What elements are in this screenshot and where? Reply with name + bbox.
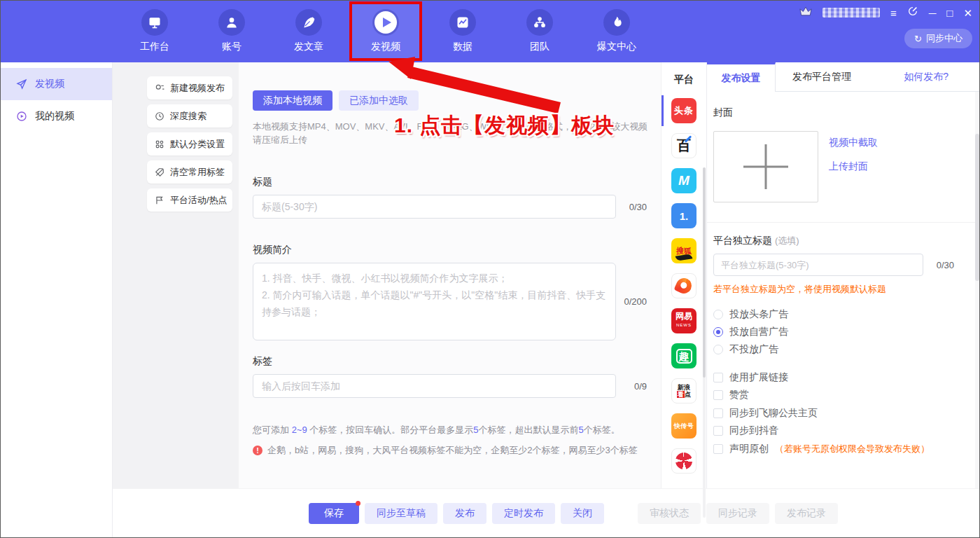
publish-records-button: 发布记录 xyxy=(775,503,838,524)
save-button[interactable]: 保存 xyxy=(309,503,359,524)
sync-center-button[interactable]: ↻ 同步中心 xyxy=(904,29,972,48)
checkbox-extended-link[interactable]: 使用扩展链接 xyxy=(713,368,954,387)
tool-button-label: 深度搜索 xyxy=(170,110,206,123)
publish-button[interactable]: 发布 xyxy=(443,503,486,524)
checkbox-icon xyxy=(713,444,723,454)
platform-wangyi[interactable]: 网易NEWS xyxy=(662,303,706,338)
independent-title-note: 若平台独立标题为空，将使用视频默认标题 xyxy=(713,283,954,296)
upload-cover-link[interactable]: 上传封面 xyxy=(829,160,878,173)
new-video-publish-button[interactable]: 新建视频发布 xyxy=(147,76,232,99)
how-to-publish-link[interactable]: 如何发布? xyxy=(904,71,979,83)
description-counter: 0/200 xyxy=(616,296,647,340)
vip-crown-icon xyxy=(799,6,812,19)
radio-icon xyxy=(713,310,723,319)
edit-compose-icon[interactable] xyxy=(907,6,918,20)
cover-upload-box[interactable] xyxy=(713,131,818,202)
sohu-icon: 搜狐 xyxy=(671,238,696,263)
nav-item-label: 账号 xyxy=(222,41,241,53)
platform-yidianzixun[interactable]: 1. xyxy=(662,198,706,233)
add-local-video-button[interactable]: 添加本地视频 xyxy=(253,90,332,111)
app-window: 工作台 账号 发文章 发视频 xyxy=(0,0,980,538)
platform-kuaichuanhao[interactable]: 快传号 xyxy=(662,408,706,443)
checkbox-declare-original[interactable]: 声明原创 （若账号无原创权限会导致发布失败） xyxy=(713,440,954,458)
maximize-icon[interactable]: □ xyxy=(946,8,953,18)
platform-activity-hotspot-button[interactable]: 平台活动/热点 xyxy=(147,188,232,212)
minimize-icon[interactable]: ─ xyxy=(929,8,937,18)
radio-icon-selected xyxy=(713,327,723,337)
checkbox-label: 声明原创 xyxy=(729,443,769,455)
sidebar-item-label: 我的视频 xyxy=(35,110,74,123)
sidebar-item-my-videos[interactable]: 我的视频 xyxy=(1,100,112,132)
checkbox-icon xyxy=(713,373,723,382)
top-nav: 工作台 账号 发文章 发视频 xyxy=(1,1,979,62)
account-icon xyxy=(218,9,245,36)
checkbox-sync-feiliao[interactable]: 同步到飞聊公共主页 xyxy=(713,404,954,422)
nav-item-hot-center[interactable]: 爆文中心 xyxy=(580,1,653,61)
optional-hint: (选填) xyxy=(775,235,799,246)
checkbox-label: 同步到抖音 xyxy=(729,425,778,437)
sync-to-draft-button[interactable]: 同步至草稿 xyxy=(365,503,438,524)
title-input[interactable] xyxy=(253,195,616,219)
nav-item-label: 工作台 xyxy=(140,41,169,53)
platform-fenghuang[interactable] xyxy=(662,443,706,478)
capture-from-video-link[interactable]: 视频中截取 xyxy=(829,137,878,149)
scheduled-publish-button[interactable]: 定时发布 xyxy=(492,503,555,524)
tags-input[interactable] xyxy=(253,374,616,398)
platform-orange-fish[interactable] xyxy=(662,268,706,303)
default-category-settings-button[interactable]: 默认分类设置 xyxy=(147,132,232,156)
hamburger-menu-icon[interactable]: ≡ xyxy=(890,8,897,18)
platform-sina-kandian[interactable]: 新浪看点 xyxy=(662,373,706,408)
tags-label: 标签 xyxy=(253,355,647,368)
ad-options-group: 投放头条广告 投放自营广告 不投放广告 xyxy=(713,305,954,358)
platform-scrollbar[interactable] xyxy=(703,167,706,518)
deep-search-button[interactable]: 深度搜索 xyxy=(147,104,232,127)
independent-title-input[interactable] xyxy=(713,254,923,276)
nav-item-publish-article[interactable]: 发文章 xyxy=(272,1,345,61)
baijiahao-icon: 百 xyxy=(671,133,696,158)
description-textarea[interactable] xyxy=(253,263,616,340)
nav-items: 工作台 账号 发文章 发视频 xyxy=(118,1,653,61)
tools-column: 新建视频发布 深度搜索 默认分类设置 清空常用标签 xyxy=(113,62,239,488)
nav-item-account[interactable]: 账号 xyxy=(195,1,268,61)
checkbox-icon xyxy=(713,408,723,418)
settings-scrollbar[interactable] xyxy=(975,92,979,488)
pick-from-added-button[interactable]: 已添加中选取 xyxy=(339,90,419,111)
flag-icon xyxy=(155,195,164,205)
radio-no-ads[interactable]: 不投放广告 xyxy=(713,340,954,358)
tool-button-label: 新建视频发布 xyxy=(170,82,225,95)
radio-self-ads[interactable]: 投放自营广告 xyxy=(713,323,954,340)
close-icon[interactable]: ✕ xyxy=(963,8,972,18)
checkbox-sync-douyin[interactable]: 同步到抖音 xyxy=(713,422,954,441)
nav-item-label: 团队 xyxy=(530,41,550,53)
nav-item-publish-video[interactable]: 发视频 xyxy=(349,1,422,61)
kuaichuanhao-icon: 快传号 xyxy=(671,413,696,439)
checkbox-label: 赞赏 xyxy=(729,389,749,401)
play-circle-icon xyxy=(16,111,27,122)
tab-platform-management[interactable]: 发布平台管理 xyxy=(776,62,868,91)
radio-toutiao-ads[interactable]: 投放头条广告 xyxy=(713,305,954,323)
checkbox-icon xyxy=(713,390,723,400)
nav-item-team[interactable]: 团队 xyxy=(503,1,576,61)
close-button[interactable]: 关闭 xyxy=(561,503,604,524)
tag-warning-text: 企鹅，b站，网易，搜狗，大风平台视频标签不能为空，企鹅至少2个标签，网易至少3个… xyxy=(267,444,638,457)
sync-options-group: 使用扩展链接 赞赏 同步到飞聊公共主页 xyxy=(713,368,954,458)
platform-toutiao[interactable]: 头条 xyxy=(662,93,706,128)
platform-dayu[interactable]: M xyxy=(662,163,706,198)
tab-publish-settings[interactable]: 发布设置 xyxy=(707,62,776,92)
platform-baijiahao[interactable]: 百 xyxy=(662,128,706,163)
platform-qutoutiao[interactable]: 趣 xyxy=(662,338,706,373)
clear-common-tags-button[interactable]: 清空常用标签 xyxy=(147,160,232,184)
platform-sohu[interactable]: 搜狐 xyxy=(662,233,706,268)
window-controls: ≡ ─ □ ✕ xyxy=(799,5,972,20)
workbench-icon xyxy=(141,9,168,36)
sidebar-item-publish-video[interactable]: 发视频 xyxy=(1,68,112,100)
tag-slash-icon xyxy=(155,167,164,177)
user-add-icon xyxy=(155,83,164,93)
wangyi-news-icon: 网易NEWS xyxy=(671,308,696,333)
tool-button-label: 平台活动/热点 xyxy=(170,194,227,207)
nav-item-data[interactable]: 数据 xyxy=(426,1,499,61)
checkbox-reward[interactable]: 赞赏 xyxy=(713,387,954,405)
platform-column: 平台 头条 百 M 1. 搜狐 网易NEWS 趣 新浪看点 快传号 xyxy=(661,62,706,488)
grid-icon xyxy=(155,139,164,149)
nav-item-workbench[interactable]: 工作台 xyxy=(118,1,191,61)
